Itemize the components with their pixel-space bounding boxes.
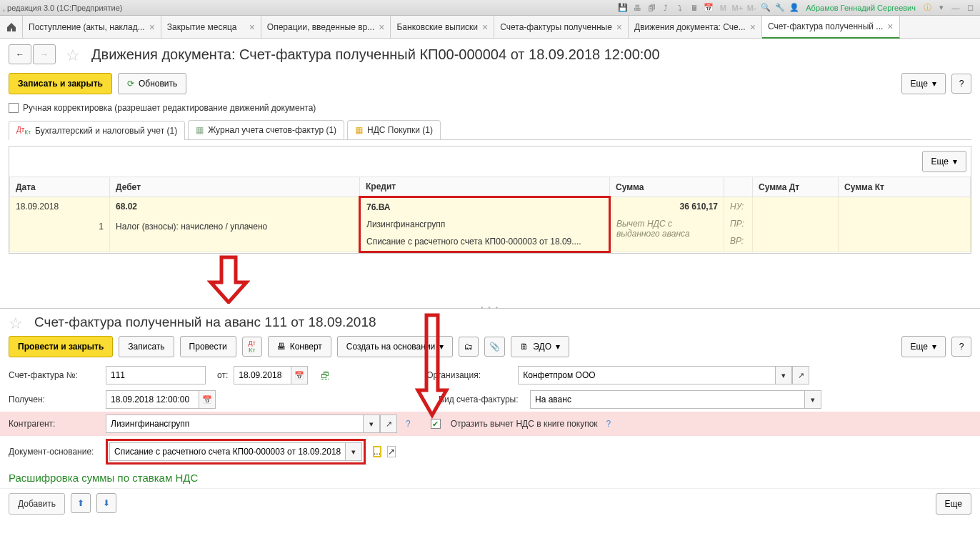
minimize-icon[interactable]: — <box>950 2 961 14</box>
help-icon[interactable]: ? <box>606 419 611 429</box>
subtab-nds[interactable]: ▦НДС Покупки (1) <box>347 120 441 139</box>
label-counterparty: Контрагент: <box>9 419 100 429</box>
close-icon[interactable]: × <box>249 21 255 33</box>
table-row[interactable]: 18.09.2018 1 68.02 Налог (взносы): начис… <box>10 197 971 252</box>
m-plus-button[interactable]: M+ <box>731 2 743 14</box>
favorite-star-icon[interactable]: ☆ <box>66 46 81 62</box>
subtab-journal[interactable]: ▦Журнал учета счетов-фактур (1) <box>188 120 344 139</box>
col-sum-dt[interactable]: Сумма Дт <box>753 177 839 197</box>
open-link-icon[interactable]: 🗗 <box>321 370 329 380</box>
col-sum[interactable]: Сумма <box>610 177 724 197</box>
tab-3[interactable]: Банковские выписки× <box>391 16 494 39</box>
home-icon <box>6 21 17 33</box>
col-sum-kt[interactable]: Сумма Кт <box>839 177 971 197</box>
org-input[interactable] <box>518 366 775 384</box>
nds-breakdown-link[interactable]: Расшифровка суммы по ставкам НДС <box>0 467 980 488</box>
basis-doc-input[interactable] <box>109 442 345 461</box>
print-icon[interactable]: 🖶 <box>631 2 643 14</box>
dropdown-button[interactable]: ▾ <box>804 390 821 409</box>
close-icon[interactable]: × <box>379 21 384 33</box>
home-tab[interactable] <box>0 16 23 39</box>
tab-6[interactable]: Счет-фактура полученный ...× <box>762 16 900 39</box>
accounting-table-wrap: Еще ▾ Дата Дебет Кредит Сумма Сумма Дт С… <box>9 146 971 254</box>
subtab-label: Бухгалтерский и налоговый учет (1) <box>35 126 177 136</box>
m-button[interactable]: M <box>717 2 729 14</box>
refresh-label: Обновить <box>139 79 177 89</box>
col-credit[interactable]: Кредит <box>360 177 610 197</box>
help-button[interactable]: ? <box>951 74 971 94</box>
subtab-accounting[interactable]: ДтКтБухгалтерский и налоговый учет (1) <box>9 121 185 140</box>
close-icon[interactable]: × <box>887 21 893 32</box>
help-icon[interactable]: ? <box>406 419 411 429</box>
post-close-button[interactable]: Провести и закрыть <box>9 336 113 357</box>
tab-1[interactable]: Закрытие месяца× <box>161 16 261 39</box>
nav-forward-button[interactable]: → <box>33 44 56 64</box>
close-icon[interactable]: × <box>750 21 756 33</box>
tab-5[interactable]: Движения документа: Сче...× <box>629 16 762 39</box>
maximize-icon[interactable]: ◻ <box>964 2 976 14</box>
col-blank[interactable] <box>724 177 753 197</box>
favorite-star-icon[interactable]: ☆ <box>9 314 24 330</box>
add-button[interactable]: Добавить <box>9 493 65 515</box>
dtkt-button[interactable]: ДтКт <box>242 337 262 357</box>
post-button[interactable]: Провести <box>180 336 236 357</box>
pane1-toolbar: Записать и закрыть ⟳Обновить Еще ▾ ? <box>0 70 980 100</box>
current-user[interactable]: Абрамов Геннадий Сергеевич <box>806 4 916 12</box>
move-up-button[interactable]: ⬆ <box>71 493 91 513</box>
calc-icon[interactable]: 🖩 <box>689 2 700 14</box>
tab-2[interactable]: Операции, введенные вр...× <box>261 16 391 39</box>
nav-back-button[interactable]: ← <box>9 44 31 64</box>
dropdown-button[interactable]: ▾ <box>363 415 380 433</box>
structure-button[interactable]: 🗂 <box>459 337 479 357</box>
calendar-icon[interactable]: 📅 <box>291 366 308 384</box>
from-date-input[interactable] <box>234 366 291 384</box>
export-icon[interactable]: ⤴ <box>660 2 671 14</box>
manual-correction-checkbox[interactable] <box>9 103 19 113</box>
col-date[interactable]: Дата <box>10 177 110 197</box>
open-button[interactable]: ↗ <box>380 415 397 433</box>
close-icon[interactable]: × <box>616 21 622 33</box>
edo-button[interactable]: 🗎ЭДО ▾ <box>511 336 569 357</box>
close-icon[interactable]: × <box>149 21 155 33</box>
reflect-nds-checkbox[interactable] <box>431 419 441 429</box>
pane1-title: Движения документа: Счет-фактура получен… <box>91 46 660 63</box>
save-close-button[interactable]: Записать и закрыть <box>9 73 112 94</box>
col-debit[interactable]: Дебет <box>110 177 360 197</box>
save-icon[interactable]: 💾 <box>617 2 629 14</box>
tab-label: Счета-фактуры полученные <box>500 22 612 32</box>
close-icon[interactable]: × <box>482 21 488 33</box>
label-basis-doc: Документ-основание: <box>9 447 100 457</box>
tab-0[interactable]: Поступление (акты, наклад...× <box>23 16 161 39</box>
settings-icon[interactable]: 🔧 <box>774 2 786 14</box>
doc-icon[interactable]: 🗐 <box>646 2 657 14</box>
calendar-icon[interactable]: 📅 <box>703 2 714 14</box>
help-button[interactable]: ? <box>951 337 971 357</box>
attach-button[interactable]: 📎 <box>484 337 505 357</box>
calendar-icon[interactable]: 📅 <box>199 390 216 409</box>
move-down-button[interactable]: ⬇ <box>96 493 116 513</box>
received-input[interactable] <box>106 390 199 409</box>
zoom-icon[interactable]: 🔍 <box>760 2 771 14</box>
more-button[interactable]: Еще ▾ <box>901 336 946 357</box>
more-label: Еще <box>945 499 962 509</box>
open-button[interactable]: ↗ <box>792 366 809 384</box>
more-button[interactable]: Еще ▾ <box>901 73 946 94</box>
counterparty-input[interactable] <box>106 415 363 433</box>
import-icon[interactable]: ⤵ <box>674 2 686 14</box>
tabs-bar: Поступление (акты, наклад...× Закрытие м… <box>0 16 980 39</box>
info-icon[interactable]: ⓘ <box>921 2 933 14</box>
write-button[interactable]: Записать <box>119 336 174 357</box>
invoice-type-input[interactable] <box>530 390 804 409</box>
refresh-button[interactable]: ⟳Обновить <box>118 73 186 94</box>
more-button[interactable]: Еще <box>936 493 971 515</box>
dropdown-icon[interactable]: ▾ <box>936 2 947 14</box>
m-minus-button[interactable]: M- <box>746 2 757 14</box>
convert-button[interactable]: 🖶Конверт <box>268 336 331 357</box>
tab-4[interactable]: Счета-фактуры полученные× <box>494 16 629 39</box>
invoice-no-input[interactable] <box>106 366 206 384</box>
ellipsis-button[interactable]: ... <box>373 446 381 457</box>
dropdown-button[interactable]: ▾ <box>345 442 362 461</box>
dropdown-button[interactable]: ▾ <box>775 366 792 384</box>
open-button[interactable]: ↗ <box>387 446 396 457</box>
table-more-button[interactable]: Еще ▾ <box>922 151 966 172</box>
